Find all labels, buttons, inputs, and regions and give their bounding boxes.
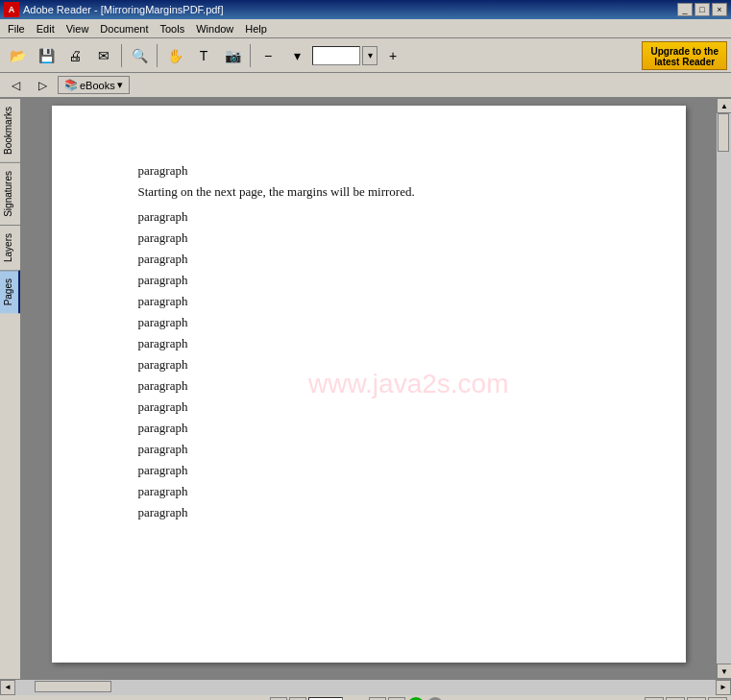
pdf-line-0: paragraph bbox=[138, 163, 619, 179]
resize-icon3: ▤ bbox=[687, 697, 706, 701]
resize-icon4: ▥ bbox=[708, 697, 727, 701]
horizontal-scrollbar[interactable]: ◄ ► bbox=[0, 679, 731, 694]
statusbar: 5.85 x 8.26 in |◄ ◄ 1 of 4 ► ►| ▶ ■ □ ▦ … bbox=[0, 694, 731, 700]
toolbar1: 📂 💾 🖨 ✉ 🔍 ✋ T 📷 − ▾ 124% ▾ + Upgrade to … bbox=[0, 38, 731, 73]
scroll-right-arrow[interactable]: ► bbox=[716, 680, 731, 695]
pdf-line-11: paragraph bbox=[138, 399, 619, 415]
sidebar-tab-layers[interactable]: Layers bbox=[0, 225, 20, 270]
hscroll-thumb[interactable] bbox=[35, 681, 111, 692]
titlebar-controls[interactable]: _ □ × bbox=[677, 3, 727, 16]
zoom-dropdown[interactable]: ▾ bbox=[283, 42, 310, 69]
pdf-line-9: paragraph bbox=[138, 357, 619, 373]
prev-page-button[interactable]: ◄ bbox=[289, 697, 306, 701]
pdf-line-13: paragraph bbox=[138, 442, 619, 457]
forward-nav-button[interactable]: ▷ bbox=[31, 76, 54, 95]
scroll-up-arrow[interactable]: ▲ bbox=[717, 98, 731, 113]
page-number-input[interactable]: 1 bbox=[308, 697, 343, 701]
scroll-down-arrow[interactable]: ▼ bbox=[717, 664, 731, 679]
pdf-line-3: paragraph bbox=[138, 230, 619, 246]
hscroll-track[interactable] bbox=[15, 680, 716, 695]
maximize-button[interactable]: □ bbox=[694, 3, 710, 16]
pdf-line-10: paragraph bbox=[138, 378, 619, 394]
upgrade-button[interactable]: Upgrade to the latest Reader bbox=[642, 41, 727, 70]
upgrade-line2: latest Reader bbox=[650, 57, 719, 67]
statusbar-right: □ ▦ ▤ ▥ bbox=[645, 697, 727, 701]
navigation-controls: |◄ ◄ 1 of 4 ► ►| ▶ ■ bbox=[270, 697, 443, 701]
adobe-logo: A bbox=[4, 2, 19, 17]
email-button[interactable]: ✉ bbox=[90, 42, 117, 69]
menu-file[interactable]: File bbox=[2, 21, 31, 36]
play-button[interactable]: ▶ bbox=[407, 697, 425, 701]
ebooks-dropdown-icon: ▾ bbox=[117, 79, 123, 91]
menu-edit[interactable]: Edit bbox=[31, 21, 61, 36]
save-button[interactable]: 💾 bbox=[33, 42, 60, 69]
minimize-button[interactable]: _ bbox=[677, 3, 693, 16]
scroll-left-arrow[interactable]: ◄ bbox=[0, 680, 15, 695]
pdf-line-6: paragraph bbox=[138, 294, 619, 309]
upgrade-line1: Upgrade to the bbox=[650, 46, 719, 57]
pdf-line-14: paragraph bbox=[138, 463, 619, 478]
titlebar-title: Adobe Reader - [MirroringMarginsPDF.pdf] bbox=[23, 4, 223, 15]
ebooks-label: eBooks bbox=[80, 80, 115, 91]
ebooks-button[interactable]: 📚 eBooks ▾ bbox=[58, 76, 130, 94]
ebooks-icon: 📚 bbox=[64, 79, 78, 91]
sidebar-tab-pages[interactable]: Pages bbox=[0, 270, 20, 313]
menu-help[interactable]: Help bbox=[239, 21, 273, 36]
resize-icon1: □ bbox=[645, 697, 664, 701]
last-page-button[interactable]: ►| bbox=[388, 697, 405, 701]
separator2 bbox=[157, 44, 158, 67]
pdf-line-16: paragraph bbox=[138, 505, 619, 520]
zoom-in-button[interactable]: + bbox=[379, 42, 406, 69]
pdf-line-15: paragraph bbox=[138, 484, 619, 499]
menubar: File Edit View Document Tools Window Hel… bbox=[0, 19, 731, 38]
hand-tool[interactable]: ✋ bbox=[161, 42, 188, 69]
pdf-page: www.java2s.com paragraph Starting on the… bbox=[52, 106, 686, 663]
zoom-input[interactable]: 124% bbox=[312, 46, 360, 65]
scroll-track[interactable] bbox=[717, 113, 731, 664]
open-button[interactable]: 📂 bbox=[4, 42, 31, 69]
first-page-button[interactable]: |◄ bbox=[270, 697, 287, 701]
sidebar-tab-bookmarks[interactable]: Bookmarks bbox=[0, 98, 20, 162]
zoom-dropdown-btn[interactable]: ▾ bbox=[362, 46, 378, 65]
menu-window[interactable]: Window bbox=[190, 21, 239, 36]
main-area: Bookmarks Signatures Layers Pages www.ja… bbox=[0, 98, 731, 679]
separator1 bbox=[121, 44, 122, 67]
snapshot-tool[interactable]: 📷 bbox=[219, 42, 246, 69]
pdf-line-1: Starting on the next page, the margins w… bbox=[138, 184, 619, 200]
close-button[interactable]: × bbox=[712, 3, 727, 16]
menu-view[interactable]: View bbox=[61, 21, 95, 36]
resize-icon2: ▦ bbox=[666, 697, 685, 701]
separator3 bbox=[250, 44, 251, 67]
pdf-line-2: paragraph bbox=[138, 209, 619, 225]
pdf-line-4: paragraph bbox=[138, 252, 619, 267]
zoom-out-button[interactable]: − bbox=[255, 42, 281, 69]
toolbar2: ◁ ▷ 📚 eBooks ▾ bbox=[0, 73, 731, 98]
menu-tools[interactable]: Tools bbox=[155, 21, 191, 36]
sidebar: Bookmarks Signatures Layers Pages bbox=[0, 98, 21, 679]
sidebar-tab-signatures[interactable]: Signatures bbox=[0, 162, 20, 225]
scroll-thumb[interactable] bbox=[718, 113, 729, 152]
stop-button[interactable]: ■ bbox=[426, 697, 444, 701]
select-tool[interactable]: T bbox=[190, 42, 217, 69]
back-nav-button[interactable]: ◁ bbox=[4, 76, 27, 95]
pdf-line-7: paragraph bbox=[138, 315, 619, 330]
menu-document[interactable]: Document bbox=[94, 21, 154, 36]
pdf-line-12: paragraph bbox=[138, 421, 619, 436]
find-button[interactable]: 🔍 bbox=[126, 42, 153, 69]
pdf-line-8: paragraph bbox=[138, 336, 619, 351]
scroll-area[interactable]: www.java2s.com paragraph Starting on the… bbox=[21, 98, 716, 679]
vertical-scrollbar[interactable]: ▲ ▼ bbox=[716, 98, 731, 679]
titlebar: A Adobe Reader - [MirroringMarginsPDF.pd… bbox=[0, 0, 731, 19]
titlebar-left: A Adobe Reader - [MirroringMarginsPDF.pd… bbox=[4, 2, 223, 17]
print-button[interactable]: 🖨 bbox=[61, 42, 88, 69]
next-page-button[interactable]: ► bbox=[369, 697, 386, 701]
pdf-line-5: paragraph bbox=[138, 273, 619, 288]
